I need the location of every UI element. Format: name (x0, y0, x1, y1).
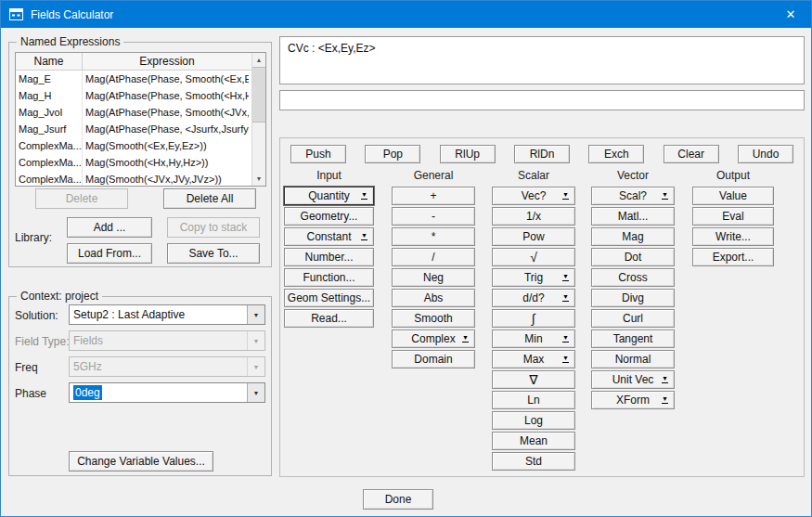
cell-expression: Mag(Smooth(<Ex,Ey,Ez>)) (83, 137, 249, 154)
trig-button[interactable]: Trig ▼ (492, 268, 575, 287)
divg-button[interactable]: Divg (591, 289, 675, 307)
undo-button[interactable]: Undo (738, 145, 793, 163)
freq-value: 5GHz (73, 360, 102, 373)
phase-label: Phase (15, 387, 46, 400)
button-label: Mean (520, 434, 548, 447)
scroll-up-icon[interactable]: ▲ (252, 53, 265, 67)
pop-button[interactable]: Pop (365, 145, 420, 163)
unit-vec-button[interactable]: Unit Vec ▼ (591, 370, 675, 389)
close-button[interactable]: ✕ (770, 1, 811, 28)
abs-button[interactable]: Abs (392, 289, 475, 307)
rlup-button[interactable]: RlUp (440, 145, 496, 163)
normal-button[interactable]: Normal (591, 350, 675, 368)
min-button[interactable]: Min ▼ (492, 330, 575, 348)
button-label: Quantity (308, 189, 350, 202)
multiply-button[interactable]: * (392, 227, 475, 246)
reciprocal-button[interactable]: 1/x (492, 207, 575, 226)
scroll-down-icon[interactable]: ▼ (252, 172, 265, 186)
complex-button[interactable]: Complex ▼ (392, 330, 475, 348)
vector-column-header: Vector (591, 169, 675, 182)
field-type-combobox[interactable]: Fields ▼ (69, 330, 265, 351)
button-label: Export... (713, 251, 754, 264)
rldn-button[interactable]: RlDn (514, 145, 570, 163)
stack-top-entry[interactable]: CVc : <Ex,Ey,Ez> (288, 42, 796, 55)
geometry-button[interactable]: Geometry... (284, 207, 374, 226)
stack-display[interactable]: CVc : <Ex,Ey,Ez> (279, 36, 805, 84)
table-row[interactable]: ComplexMa... Mag(Smooth(<Ex,Ey,Ez>)) (16, 137, 251, 154)
quantity-button[interactable]: Quantity ▼ (284, 187, 374, 205)
vec-button[interactable]: Vec? ▼ (492, 187, 575, 205)
geom-settings-button[interactable]: Geom Settings... (284, 289, 374, 307)
done-button[interactable]: Done (363, 489, 433, 510)
table-row[interactable]: ComplexMa... Mag(Smooth(<JVx,JVy,JVz>)) (16, 171, 251, 187)
solution-combobox[interactable]: Setup2 : Last Adaptive ▼ (69, 304, 265, 325)
combo-down-icon: ▼ (247, 357, 264, 376)
std-button[interactable]: Std (492, 452, 575, 471)
column-header-name[interactable]: Name (16, 53, 83, 70)
divide-button[interactable]: / (392, 248, 475, 266)
scal-button[interactable]: Scal? ▼ (591, 187, 675, 205)
plus-button[interactable]: + (392, 187, 475, 205)
button-label: Write... (715, 230, 751, 243)
scalar-column: Vec? ▼ 1/x Pow √ Trig ▼ d/d? ▼ ∫ Min ▼ M… (492, 187, 575, 471)
button-label: Log (524, 414, 543, 427)
button-label: Complex (411, 332, 455, 345)
mag-button[interactable]: Mag (591, 227, 675, 246)
read-button[interactable]: Read... (284, 309, 374, 328)
phase-combobox[interactable]: 0deg ▼ (69, 382, 265, 403)
number-button[interactable]: Number... (284, 248, 374, 266)
table-row[interactable]: Mag_Jsurf Mag(AtPhase(Phase, <Jsurfx,Jsu… (16, 121, 251, 137)
eval-button[interactable]: Eval (692, 207, 774, 226)
log-button[interactable]: Log (492, 411, 575, 430)
tangent-button[interactable]: Tangent (591, 330, 675, 348)
save-to-button[interactable]: Save To... (167, 243, 260, 264)
menu-down-icon: ▼ (662, 395, 668, 404)
change-variable-values-button[interactable]: Change Variable Values... (69, 451, 213, 472)
ln-button[interactable]: Ln (492, 391, 575, 409)
value-button[interactable]: Value (692, 187, 774, 205)
freq-combobox[interactable]: 5GHz ▼ (69, 356, 265, 377)
load-from-button[interactable]: Load From... (67, 243, 152, 264)
derivative-button[interactable]: d/d? ▼ (492, 289, 575, 307)
max-button[interactable]: Max ▼ (492, 350, 575, 368)
cross-button[interactable]: Cross (591, 268, 675, 287)
neg-button[interactable]: Neg (392, 268, 475, 287)
table-row[interactable]: Mag_H Mag(AtPhase(Phase, Smooth(<Hx,H... (16, 87, 251, 104)
dot-button[interactable]: Dot (591, 248, 675, 266)
table-row[interactable]: ComplexMa... Mag(Smooth(<Hx,Hy,Hz>)) (16, 154, 251, 171)
delete-button[interactable]: Delete (35, 188, 128, 209)
export-button[interactable]: Export... (692, 248, 774, 266)
named-expressions-legend: Named Expressions (17, 35, 123, 48)
exch-button[interactable]: Exch (588, 145, 644, 163)
push-button[interactable]: Push (290, 145, 346, 163)
integral-button[interactable]: ∫ (492, 309, 575, 328)
smooth-button[interactable]: Smooth (392, 309, 475, 328)
write-button[interactable]: Write... (692, 227, 774, 246)
pow-button[interactable]: Pow (492, 227, 575, 246)
library-label: Library: (15, 231, 52, 244)
mean-button[interactable]: Mean (492, 432, 575, 450)
copy-to-stack-button[interactable]: Copy to stack (167, 217, 260, 238)
delete-all-button[interactable]: Delete All (163, 188, 256, 209)
output-column-header: Output (692, 169, 774, 182)
column-header-expression[interactable]: Expression (83, 53, 251, 70)
minus-button[interactable]: - (392, 207, 475, 226)
library-add-button[interactable]: Add ... (67, 217, 152, 238)
table-scrollbar[interactable]: ▲ ▼ (251, 53, 265, 186)
table-row[interactable]: Mag_E Mag(AtPhase(Phase, Smooth(<Ex,E... (16, 71, 251, 87)
combo-down-icon[interactable]: ▼ (247, 383, 264, 402)
nabla-button[interactable]: ∇ (492, 370, 575, 389)
xform-button[interactable]: XForm ▼ (591, 391, 675, 409)
button-label: / (432, 251, 434, 264)
general-column-header: General (392, 169, 475, 182)
table-row[interactable]: Mag_Jvol Mag(AtPhase(Phase, Smooth(<JVx,… (16, 104, 251, 121)
constant-button[interactable]: Constant ▼ (284, 227, 374, 246)
combo-down-icon[interactable]: ▼ (247, 305, 264, 324)
clear-button[interactable]: Clear (664, 145, 719, 163)
curl-button[interactable]: Curl (591, 309, 675, 328)
scroll-thumb[interactable] (252, 67, 265, 123)
domain-button[interactable]: Domain (392, 350, 475, 368)
function-button[interactable]: Function... (284, 268, 374, 287)
matl-button[interactable]: Matl... (591, 207, 675, 226)
sqrt-button[interactable]: √ (492, 248, 575, 266)
